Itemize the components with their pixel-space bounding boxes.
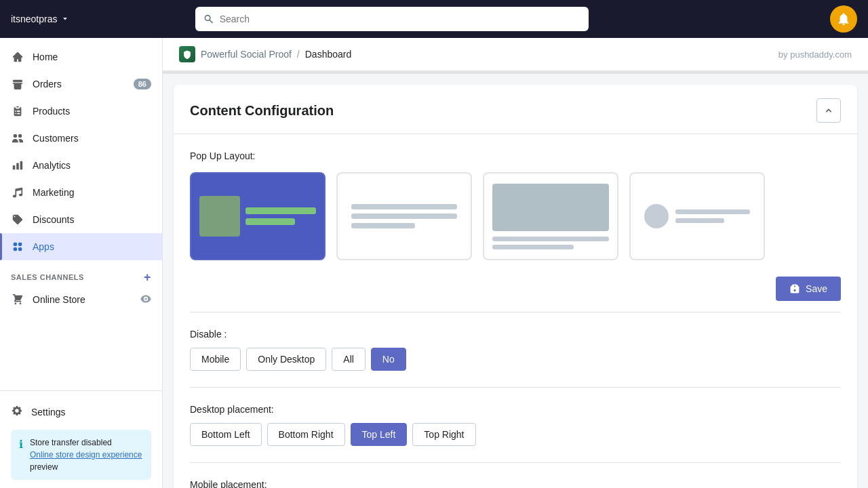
layout3-preview: [492, 184, 609, 249]
sidebar-item-products[interactable]: Products: [0, 98, 162, 125]
sidebar-item-discounts[interactable]: Discounts: [0, 206, 162, 233]
layout3-line-2: [492, 245, 574, 249]
layout1-preview: [199, 196, 316, 237]
orders-badge: 86: [134, 79, 151, 89]
layout3-line-1: [492, 237, 609, 241]
mobile-placement-section: Mobile placement:: [174, 479, 857, 488]
settings-label: Settings: [31, 407, 66, 418]
home-icon: [11, 50, 24, 64]
layout1-lines: [245, 207, 316, 225]
search-input[interactable]: [220, 14, 581, 24]
breadcrumb: Powerful Social Proof / Dashboard: [179, 46, 351, 62]
sidebar-item-settings[interactable]: Settings: [11, 399, 151, 424]
disable-section: Disable : Mobile Only Desktop All No: [174, 329, 857, 387]
placement-bottom-left-button[interactable]: Bottom Left: [190, 423, 262, 446]
save-button[interactable]: Save: [776, 277, 841, 301]
layout3-image: [492, 184, 609, 231]
sidebar-item-label: Analytics: [33, 160, 71, 171]
layout4-line-1: [675, 209, 750, 214]
sidebar-item-label: Apps: [33, 241, 54, 252]
sidebar-item-label: Home: [33, 52, 58, 62]
sidebar-item-label: Customers: [33, 133, 79, 144]
app-icon: [179, 46, 195, 62]
placement-bottom-right-button[interactable]: Bottom Right: [267, 423, 345, 446]
sidebar-footer: Settings ℹ Store transfer disabled Onlin…: [0, 390, 162, 488]
dropdown-icon: [61, 15, 69, 23]
sidebar-item-label: Discounts: [33, 214, 74, 225]
sidebar-item-label: Marketing: [33, 187, 74, 198]
disable-all-button[interactable]: All: [332, 348, 366, 371]
store-transfer-notice: ℹ Store transfer disabled Online store d…: [11, 430, 151, 480]
sidebar-item-customers[interactable]: Customers: [0, 125, 162, 152]
sidebar-nav: Home Orders 86 Products: [0, 38, 162, 390]
store-transfer-link[interactable]: Online store design experience: [30, 450, 142, 460]
sales-channels-header: SALES CHANNELS +: [0, 260, 162, 287]
save-btn-container: Save: [174, 277, 857, 312]
desktop-placement-options: Bottom Left Bottom Right Top Left Top Ri…: [190, 423, 841, 446]
sidebar-item-apps[interactable]: Apps: [0, 233, 162, 260]
notice-text: Store transfer disabled Online store des…: [30, 436, 143, 473]
sidebar-item-home[interactable]: Home: [0, 43, 162, 70]
layout4-line-2: [675, 218, 724, 223]
layout-option-3[interactable]: [483, 172, 618, 260]
store-selector[interactable]: itsneotpras: [11, 14, 69, 24]
disable-options: Mobile Only Desktop All No: [190, 348, 841, 371]
placement-top-left-button[interactable]: Top Left: [351, 423, 408, 446]
content-config-card: Content Configuration Pop Up Layout:: [174, 85, 857, 488]
layout-option-4[interactable]: [629, 172, 765, 260]
layout2-line-2: [351, 214, 457, 219]
online-store-label: Online Store: [33, 294, 85, 305]
sidebar-item-online-store[interactable]: Online Store: [0, 287, 162, 312]
save-label: Save: [806, 283, 827, 294]
section-divider: [163, 71, 868, 74]
placement-top-right-button[interactable]: Top Right: [412, 423, 475, 446]
layout-option-1[interactable]: [190, 172, 326, 260]
card-header: Content Configuration: [174, 85, 857, 134]
store-name: itsneotpras: [11, 14, 57, 24]
save-icon: [789, 283, 800, 294]
disable-label: Disable :: [190, 329, 841, 340]
chevron-up-icon: [823, 105, 834, 116]
sidebar-item-marketing[interactable]: Marketing: [0, 179, 162, 206]
section-divider-3: [190, 462, 841, 463]
section-divider-1: [190, 312, 841, 312]
settings-icon: [11, 405, 23, 419]
layout1-line-2: [245, 218, 295, 225]
search-bar: [195, 7, 589, 31]
products-icon: [11, 104, 24, 118]
content-area: Powerful Social Proof / Dashboard by pus…: [163, 38, 868, 488]
layout3-lines: [492, 237, 609, 249]
layout1-line-1: [245, 207, 316, 214]
notification-bell[interactable]: [830, 5, 857, 33]
apps-icon: [11, 240, 24, 253]
breadcrumb-separator: /: [297, 49, 300, 60]
sidebar-item-label: Orders: [33, 79, 62, 89]
topbar-right: [830, 5, 857, 33]
disable-no-button[interactable]: No: [371, 348, 406, 371]
search-icon: [203, 14, 214, 24]
breadcrumb-by: by pushdaddy.com: [778, 49, 852, 60]
online-store-settings-icon[interactable]: [140, 293, 151, 306]
popup-layout-section: Pop Up Layout:: [190, 150, 841, 260]
sidebar-item-analytics[interactable]: Analytics: [0, 152, 162, 179]
layout-option-2[interactable]: [336, 172, 472, 260]
card-title: Content Configuration: [190, 103, 334, 119]
desktop-placement-section: Desktop placement: Bottom Left Bottom Ri…: [174, 404, 857, 462]
layout2-line-3: [351, 223, 415, 228]
mobile-placement-label: Mobile placement:: [190, 479, 841, 488]
section-divider-2: [190, 387, 841, 388]
orders-icon: [11, 77, 24, 91]
discounts-icon: [11, 213, 24, 226]
disable-mobile-button[interactable]: Mobile: [190, 348, 241, 371]
add-sales-channel-button[interactable]: +: [144, 271, 151, 283]
sidebar-item-orders[interactable]: Orders 86: [0, 70, 162, 98]
breadcrumb-bar: Powerful Social Proof / Dashboard by pus…: [163, 38, 868, 71]
breadcrumb-app-link[interactable]: Powerful Social Proof: [201, 49, 292, 60]
disable-only-desktop-button[interactable]: Only Desktop: [246, 348, 326, 371]
shield-icon: [182, 49, 192, 59]
collapse-button[interactable]: [816, 98, 841, 123]
sales-channels-label: SALES CHANNELS: [11, 273, 84, 281]
sidebar-item-label: Products: [33, 106, 70, 117]
analytics-icon: [11, 159, 24, 172]
popup-layout-label: Pop Up Layout:: [190, 150, 841, 161]
